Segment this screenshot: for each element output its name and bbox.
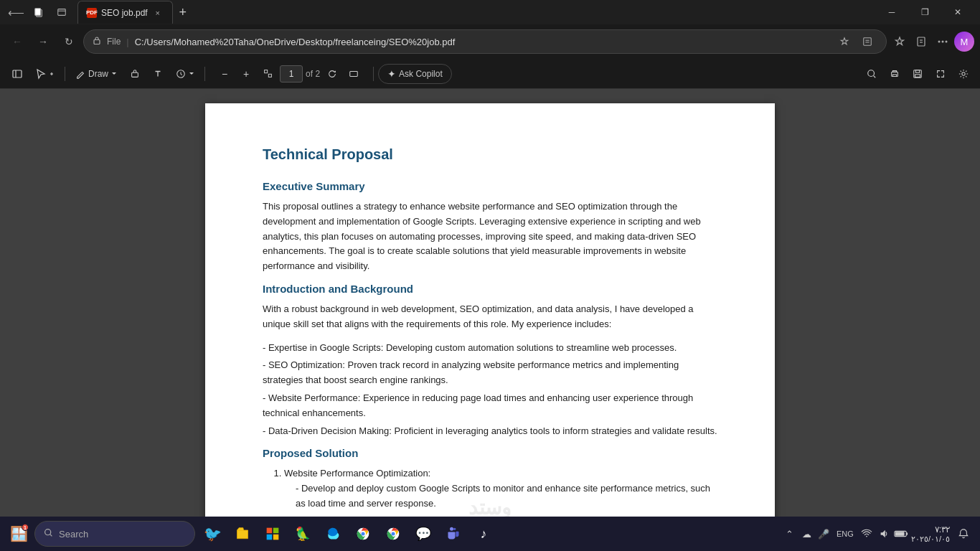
notification-btn[interactable] [953, 521, 974, 547]
page-number-input[interactable]: 1 [280, 65, 303, 83]
title-bar: ⟵ PDF SEO job.pdf × + ─ ❐ ✕ [0, 0, 980, 24]
window-controls-left: ⟵ [6, 2, 72, 22]
volume-icon[interactable] [877, 527, 891, 541]
pdf-settings-btn[interactable] [953, 63, 974, 85]
zoom-out-btn[interactable]: − [215, 65, 234, 83]
fit-page-btn[interactable] [258, 65, 277, 83]
svg-rect-15 [132, 72, 138, 77]
toolbar-separator-3 [373, 67, 374, 81]
address-right-icons [834, 32, 877, 52]
reading-list-btn[interactable] [857, 32, 877, 52]
taskbar-app-chrome2[interactable] [379, 519, 407, 548]
pdf-toolbar: Draw − + 1 of 2 ✦ Ask Copilot [0, 59, 980, 89]
svg-rect-32 [267, 534, 273, 540]
text-tool-btn[interactable] [147, 63, 169, 85]
tray-up-arrow[interactable]: ⌃ [782, 527, 796, 541]
svg-rect-2 [58, 9, 66, 16]
new-tab-btn[interactable]: + [173, 2, 193, 22]
profile-btn[interactable]: M [954, 32, 974, 52]
copilot-label: Ask Copilot [399, 69, 443, 79]
sidebar-toggle-btn[interactable] [6, 63, 29, 85]
cursor-tool-btn[interactable] [30, 63, 60, 85]
close-btn[interactable]: ✕ [941, 0, 974, 24]
active-tab[interactable]: PDF SEO job.pdf × [77, 1, 173, 24]
page-total-label: of 2 [306, 69, 320, 79]
address-separator: | [126, 37, 128, 47]
ask-copilot-btn[interactable]: ✦ Ask Copilot [378, 64, 452, 84]
tray-mic-icon[interactable]: 🎤 [816, 527, 831, 541]
svg-line-21 [874, 75, 876, 77]
address-input[interactable]: File | C:/Users/Mohamed%20Taha/OneDrive/… [83, 29, 887, 54]
taskbar-app-teams[interactable] [439, 519, 468, 548]
section-introduction-title: Introduction and Background [263, 283, 717, 295]
tray-cloud-icon[interactable]: ☁ [799, 527, 814, 541]
svg-rect-4 [864, 38, 872, 46]
rotate-btn[interactable] [323, 65, 341, 83]
zoom-in-btn[interactable]: + [237, 65, 255, 83]
tab-close-btn[interactable]: × [152, 7, 164, 19]
taskbar-app-tiktok[interactable]: ♪ [469, 519, 498, 548]
taskbar-search-box[interactable]: Search [34, 521, 195, 547]
svg-point-11 [942, 41, 944, 43]
taskbar-app-bird[interactable]: 🐦 [198, 519, 227, 548]
toolbar-right: M [890, 32, 974, 52]
taskbar-app-file-explorer[interactable] [228, 519, 257, 548]
taskbar-app-msstore[interactable] [258, 519, 287, 548]
taskbar-apps: 🐦 🦜 💬 ♪ [198, 519, 498, 548]
forward-btn[interactable]: → [32, 30, 55, 53]
taskbar-app-chrome[interactable] [349, 519, 377, 548]
back-btn[interactable]: ← [6, 30, 29, 53]
settings-dots-btn[interactable] [933, 32, 953, 52]
section-executive-summary-title: Executive Summary [263, 180, 717, 192]
svg-point-27 [962, 72, 965, 75]
minimize-btn[interactable]: ─ [875, 0, 908, 24]
collections-btn[interactable] [911, 32, 931, 52]
lang-indicator[interactable]: ENG [834, 528, 857, 540]
svg-rect-1 [35, 9, 41, 16]
taskbar-app-edge[interactable] [319, 519, 347, 548]
lock-icon [93, 36, 101, 47]
svg-rect-13 [13, 70, 22, 77]
fit-width-btn[interactable] [344, 65, 363, 83]
section-proposed-solution-title: Proposed Solution [263, 447, 717, 459]
tab-group-btn[interactable] [52, 2, 72, 22]
taskbar-app-parrot[interactable]: 🦜 [288, 519, 317, 548]
battery-icon[interactable] [894, 527, 908, 541]
svg-point-35 [362, 532, 365, 536]
svg-rect-19 [350, 71, 358, 76]
restore-btn[interactable]: ❐ [908, 0, 941, 24]
svg-rect-31 [273, 528, 279, 534]
pdf-search-btn[interactable] [861, 63, 882, 85]
start-menu-btn[interactable]: 🪟 1 [6, 521, 32, 547]
favorites-btn[interactable] [890, 32, 910, 52]
pdf-page: Technical Proposal Executive Summary Thi… [205, 103, 775, 517]
svg-point-12 [946, 41, 948, 43]
copy-btn[interactable] [29, 2, 49, 22]
svg-line-29 [50, 534, 52, 536]
intro-list-item-1: - SEO Optimization: Proven track record … [263, 358, 717, 388]
taskbar-app-viber[interactable]: 💬 [409, 519, 438, 548]
pdf-print-btn[interactable] [884, 63, 905, 85]
svg-point-37 [392, 532, 395, 536]
erase-btn[interactable] [124, 63, 146, 85]
star-btn[interactable] [834, 32, 854, 52]
svg-rect-17 [264, 70, 267, 73]
search-icon [44, 528, 53, 540]
refresh-btn[interactable]: ↻ [57, 30, 80, 53]
pdf-expand-btn[interactable] [930, 63, 951, 85]
page-control: − + 1 of 2 [215, 65, 363, 83]
url-text: C:/Users/Mohamed%20Taha/OneDrive/Desktop… [135, 37, 829, 47]
wifi-icon[interactable] [859, 527, 874, 541]
svg-point-28 [45, 529, 51, 535]
pdf-save-btn[interactable] [907, 63, 928, 85]
draw-btn[interactable]: Draw [70, 63, 123, 85]
pdf-content-area[interactable]: Technical Proposal Executive Summary Thi… [0, 89, 980, 517]
draw-label: Draw [88, 69, 108, 79]
tab-label: SEO job.pdf [101, 8, 148, 18]
taskbar-right: ⌃ ☁ 🎤 ENG ٧:٣٢ ٢٠٢٥/٠١/٠٥ [782, 521, 974, 547]
annotation-btn[interactable] [170, 63, 200, 85]
time-date-display[interactable]: ٧:٣٢ ٢٠٢٥/٠١/٠٥ [911, 524, 950, 544]
svg-rect-26 [915, 74, 920, 77]
svg-point-20 [868, 70, 875, 76]
svg-rect-40 [895, 532, 905, 535]
